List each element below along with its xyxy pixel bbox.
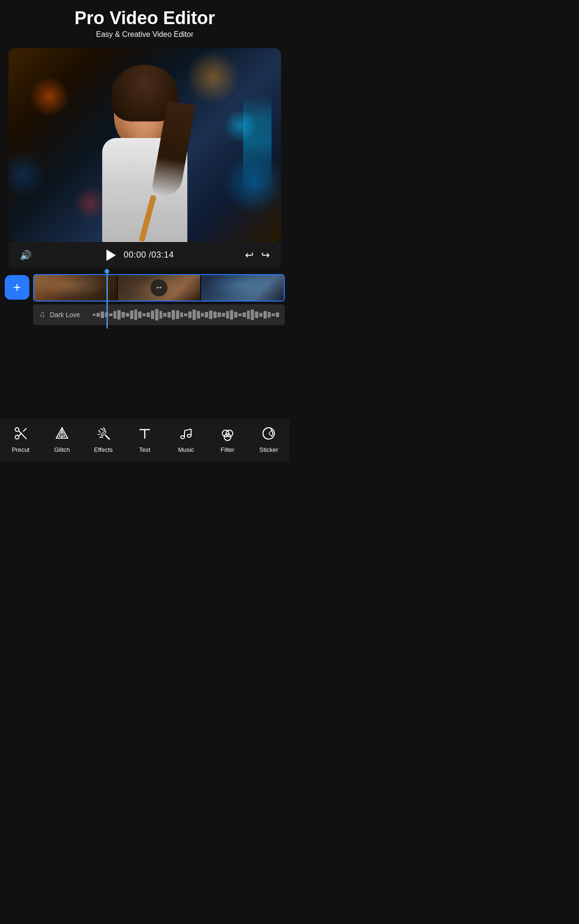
wave-bar — [138, 311, 141, 318]
thumb-img-3 — [201, 275, 284, 301]
sticker-icon — [261, 426, 276, 443]
music-icon — [178, 426, 193, 443]
resize-handle[interactable]: ↔ — [150, 279, 167, 296]
svg-line-28 — [269, 431, 272, 433]
wave-bar — [259, 313, 263, 317]
audio-track: ♫ Dark Love — [33, 304, 285, 325]
time-separator: / — [146, 250, 151, 259]
effects-icon — [96, 426, 111, 443]
play-button[interactable] — [103, 248, 118, 263]
wave-bar — [251, 310, 254, 320]
audio-track-name: Dark Love — [50, 311, 88, 319]
wave-bar — [142, 313, 146, 316]
toolbar-precut[interactable]: Precut — [4, 426, 37, 453]
text-label: Text — [139, 446, 150, 453]
track-thumb-1 — [34, 275, 117, 301]
toolbar-effects[interactable]: Effects — [87, 426, 120, 453]
svg-point-25 — [224, 434, 231, 440]
wave-bar — [159, 311, 163, 319]
app-subtitle: Easy & Creative Video Editor — [9, 30, 280, 39]
resize-arrow-icon: ↔ — [155, 283, 163, 293]
svg-line-10 — [101, 429, 103, 430]
wave-bar — [197, 311, 200, 319]
text-icon — [137, 426, 152, 443]
wave-bar — [134, 310, 138, 320]
video-preview — [9, 48, 281, 242]
effects-label: Effects — [94, 446, 113, 453]
toolbar-filter[interactable]: Filter — [211, 426, 244, 453]
filter-icon — [220, 426, 235, 443]
wave-bar — [96, 313, 100, 317]
toolbar-sticker[interactable]: Sticker — [252, 426, 285, 453]
toolbar-text[interactable]: Text — [128, 426, 161, 453]
wave-bar — [147, 312, 150, 317]
wave-bar — [243, 312, 246, 317]
precut-label: Precut — [12, 446, 30, 453]
person-figure — [83, 62, 206, 242]
music-label: Music — [178, 446, 194, 453]
wave-bar — [209, 311, 212, 319]
waveform — [93, 308, 280, 321]
playhead — [106, 272, 108, 328]
wave-bar — [126, 313, 129, 317]
wave-bar — [109, 313, 113, 316]
svg-line-29 — [269, 433, 272, 436]
time-display: 00:00 /03:14 — [123, 250, 174, 260]
wave-bar — [93, 314, 96, 316]
undo-icon[interactable]: ↩ — [245, 249, 254, 261]
toolbar-glitch[interactable]: Glitch — [45, 426, 79, 453]
svg-line-9 — [104, 428, 105, 430]
svg-point-18 — [181, 436, 184, 439]
play-section: 00:00 /03:14 — [103, 248, 174, 263]
add-clip-button[interactable]: + — [5, 275, 29, 300]
wave-bar — [151, 311, 154, 319]
filter-label: Filter — [220, 446, 234, 453]
add-plus-icon: + — [13, 281, 21, 294]
svg-line-4 — [23, 428, 26, 432]
wave-bar — [230, 310, 233, 320]
svg-line-13 — [105, 435, 109, 439]
play-triangle-icon — [106, 250, 116, 261]
timeline-section: + ↔ ♫ Dark Love — [5, 274, 285, 325]
video-preview-container — [9, 48, 281, 242]
wave-bar — [255, 311, 258, 318]
playback-controls: 🔊 00:00 /03:14 ↩ ↪ — [9, 242, 281, 268]
wave-bar — [193, 310, 196, 320]
wave-bar — [167, 312, 171, 318]
precut-icon — [13, 426, 28, 443]
wave-bar — [234, 312, 237, 318]
wave-bar — [226, 311, 229, 319]
hair — [112, 65, 178, 121]
wave-bar — [130, 311, 133, 319]
video-track[interactable]: ↔ — [33, 274, 285, 302]
wave-bar — [263, 311, 267, 319]
wave-bar — [188, 311, 192, 318]
wave-bar — [176, 311, 179, 319]
wave-bar — [218, 312, 221, 317]
glitch-label: Glitch — [54, 446, 70, 453]
wave-bar — [222, 313, 225, 317]
toolbar-music[interactable]: Music — [169, 426, 202, 453]
wave-bar — [163, 313, 167, 317]
toolbar: Precut Glitch Effects — [0, 419, 290, 462]
app-header: Pro Video Editor Easy & Creative Video E… — [0, 0, 290, 43]
svg-line-11 — [99, 431, 100, 432]
wave-bar — [117, 310, 121, 320]
svg-point-1 — [15, 435, 19, 439]
thumb-img-1 — [34, 275, 117, 301]
current-time: 00:00 — [123, 250, 146, 259]
wave-bar — [205, 312, 208, 318]
side-glow — [243, 95, 272, 190]
wave-bar — [122, 312, 125, 318]
shoulder-strap — [139, 195, 156, 242]
svg-point-0 — [15, 428, 19, 432]
volume-icon[interactable]: 🔊 — [20, 250, 32, 261]
svg-point-19 — [187, 434, 191, 437]
svg-line-22 — [184, 429, 191, 431]
timeline-tracks: ↔ ♫ Dark Love — [33, 274, 285, 325]
redo-icon[interactable]: ↪ — [261, 249, 270, 261]
wave-bar — [201, 313, 204, 317]
wave-bar — [155, 309, 158, 320]
track-thumb-3 — [201, 275, 284, 301]
wave-bar — [247, 311, 250, 319]
